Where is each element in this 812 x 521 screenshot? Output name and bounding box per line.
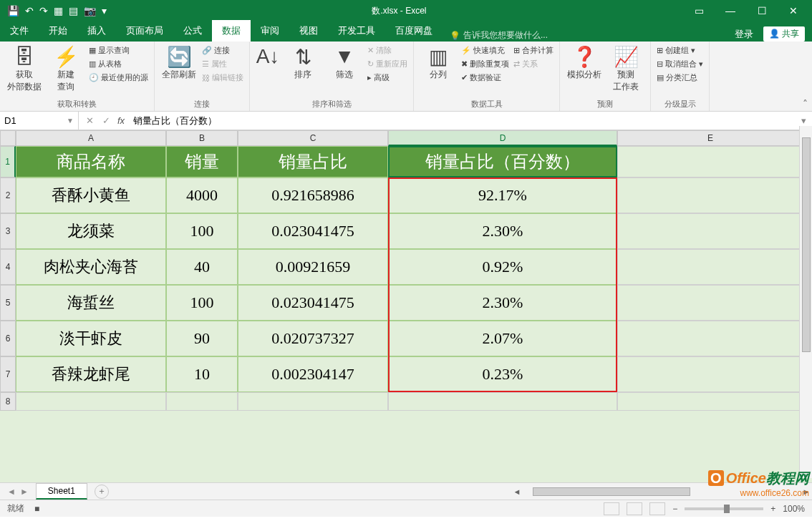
macro-record-icon[interactable]: ■ xyxy=(34,504,39,514)
cell-b8[interactable] xyxy=(166,392,238,411)
expand-formula-icon[interactable]: ▾ xyxy=(796,115,812,126)
row-header-5[interactable]: 5 xyxy=(0,285,16,321)
cell-a1[interactable]: 商品名称 xyxy=(16,146,166,177)
scroll-right-icon[interactable]: ► xyxy=(801,487,812,496)
save-icon[interactable]: 💾 xyxy=(7,5,19,16)
cell-b6[interactable]: 90 xyxy=(166,321,238,356)
tab-view[interactable]: 视图 xyxy=(289,20,328,42)
row-header-2[interactable]: 2 xyxy=(0,177,16,213)
cell-d2[interactable]: 92.17% xyxy=(388,177,617,213)
cell-e8[interactable] xyxy=(617,392,803,411)
ribbon-options-icon[interactable]: ▭ xyxy=(685,5,713,16)
cell-c7[interactable]: 0.002304147 xyxy=(238,356,388,392)
cell-d1[interactable]: 销量占比（百分数） xyxy=(388,146,617,177)
cell-d7[interactable]: 0.23% xyxy=(388,356,617,392)
cell-b4[interactable]: 40 xyxy=(166,249,238,285)
login-link[interactable]: 登录 xyxy=(735,28,753,41)
tab-home[interactable]: 开始 xyxy=(39,20,77,42)
tab-layout[interactable]: 页面布局 xyxy=(116,20,173,42)
clear-button[interactable]: ✕ 清除 xyxy=(367,44,407,57)
cell-a8[interactable] xyxy=(16,392,166,411)
cell-c3[interactable]: 0.023041475 xyxy=(238,213,388,249)
tab-developer[interactable]: 开发工具 xyxy=(328,20,385,42)
cell-d8[interactable] xyxy=(388,392,617,411)
camera-icon[interactable]: 📷 xyxy=(84,5,96,16)
select-all-corner[interactable] xyxy=(0,130,16,146)
maximize-icon[interactable]: ☐ xyxy=(748,5,776,16)
sort-button[interactable]: ⇅排序 xyxy=(284,44,322,97)
advanced-button[interactable]: ▸ 高级 xyxy=(367,72,407,84)
page-break-button[interactable] xyxy=(649,502,665,515)
cell-e1[interactable] xyxy=(617,146,803,177)
cell-d3[interactable]: 2.30% xyxy=(388,213,617,249)
cell-d4[interactable]: 0.92% xyxy=(388,249,617,285)
reapply-button[interactable]: ↻ 重新应用 xyxy=(367,58,407,70)
text-to-columns-button[interactable]: ▥分列 xyxy=(420,44,457,97)
qat-icon[interactable]: ▦ xyxy=(54,5,63,16)
col-header-e[interactable]: E xyxy=(617,130,803,146)
row-header-7[interactable]: 7 xyxy=(0,356,16,392)
tab-formulas[interactable]: 公式 xyxy=(173,20,212,42)
cell-c4[interactable]: 0.00921659 xyxy=(238,249,388,285)
horizontal-scrollbar[interactable] xyxy=(523,487,801,496)
zoom-out-icon[interactable]: − xyxy=(672,504,677,514)
col-header-c[interactable]: C xyxy=(238,130,388,146)
redo-icon[interactable]: ↷ xyxy=(39,5,48,16)
scrollbar-thumb[interactable] xyxy=(533,487,690,496)
cell-e5[interactable] xyxy=(617,285,803,321)
prev-sheet-icon[interactable]: ◄ xyxy=(7,487,16,497)
page-layout-button[interactable] xyxy=(627,502,642,515)
what-if-button[interactable]: ❓模拟分析 xyxy=(566,44,603,97)
vertical-scrollbar[interactable] xyxy=(799,126,812,478)
cell-d6[interactable]: 2.07% xyxy=(388,321,617,356)
col-header-a[interactable]: A xyxy=(16,130,166,146)
cell-e2[interactable] xyxy=(617,177,803,213)
cell-a7[interactable]: 香辣龙虾尾 xyxy=(16,356,166,392)
cell-e6[interactable] xyxy=(617,321,803,356)
close-icon[interactable]: ✕ xyxy=(779,5,808,16)
group-button[interactable]: ⊞ 创建组 ▾ xyxy=(657,44,703,57)
tab-file[interactable]: 文件 xyxy=(0,20,39,42)
tell-me[interactable]: 💡告诉我您想要做什么... xyxy=(450,29,548,42)
row-header-4[interactable]: 4 xyxy=(0,249,16,285)
next-sheet-icon[interactable]: ► xyxy=(20,487,29,497)
sort-asc-button[interactable]: A↓ xyxy=(256,44,280,97)
share-button[interactable]: 👤 共享 xyxy=(763,26,805,42)
cell-a3[interactable]: 龙须菜 xyxy=(16,213,166,249)
cell-c5[interactable]: 0.023041475 xyxy=(238,285,388,321)
cell-b2[interactable]: 4000 xyxy=(166,177,238,213)
properties-button[interactable]: ☰ 属性 xyxy=(202,58,243,70)
refresh-all-button[interactable]: 🔄全部刷新 xyxy=(160,44,198,97)
tab-data[interactable]: 数据 xyxy=(212,20,251,42)
col-header-d[interactable]: D xyxy=(388,130,617,146)
forecast-sheet-button[interactable]: 📈预测 工作表 xyxy=(607,44,644,97)
zoom-level[interactable]: 100% xyxy=(783,504,805,514)
row-header-6[interactable]: 6 xyxy=(0,321,16,356)
cell-b1[interactable]: 销量 xyxy=(166,146,238,177)
remove-duplicates-button[interactable]: ✖ 删除重复项 xyxy=(461,58,509,70)
scroll-left-icon[interactable]: ◄ xyxy=(511,487,523,496)
normal-view-button[interactable] xyxy=(604,502,619,515)
cell-b3[interactable]: 100 xyxy=(166,213,238,249)
cancel-icon[interactable]: ✕ xyxy=(86,115,94,126)
qat-icon[interactable]: ▤ xyxy=(69,5,78,16)
cell-d5[interactable]: 2.30% xyxy=(388,285,617,321)
data-validation-button[interactable]: ✔ 数据验证 xyxy=(461,72,509,84)
row-header-8[interactable]: 8 xyxy=(0,392,16,411)
add-sheet-button[interactable]: ＋ xyxy=(95,485,109,499)
cell-a5[interactable]: 海蜇丝 xyxy=(16,285,166,321)
new-query-button[interactable]: ⚡新建 查询 xyxy=(47,44,84,97)
get-external-data-button[interactable]: 🗄获取 外部数据 xyxy=(6,44,43,97)
cell-c2[interactable]: 0.921658986 xyxy=(238,177,388,213)
cell-a4[interactable]: 肉松夹心海苔 xyxy=(16,249,166,285)
from-table-button[interactable]: ▥ 从表格 xyxy=(89,58,148,70)
cell-c8[interactable] xyxy=(238,392,388,411)
cell-e7[interactable] xyxy=(617,356,803,392)
name-box[interactable]: D1▼ xyxy=(0,112,79,130)
formula-input[interactable]: 销量占比（百分数） xyxy=(129,115,796,127)
tab-baidu[interactable]: 百度网盘 xyxy=(385,20,443,42)
collapse-ribbon-icon[interactable]: ˄ xyxy=(803,98,808,109)
ungroup-button[interactable]: ⊟ 取消组合 ▾ xyxy=(657,58,703,70)
fx-icon[interactable]: fx xyxy=(117,115,129,126)
chevron-down-icon[interactable]: ▼ xyxy=(67,117,74,125)
